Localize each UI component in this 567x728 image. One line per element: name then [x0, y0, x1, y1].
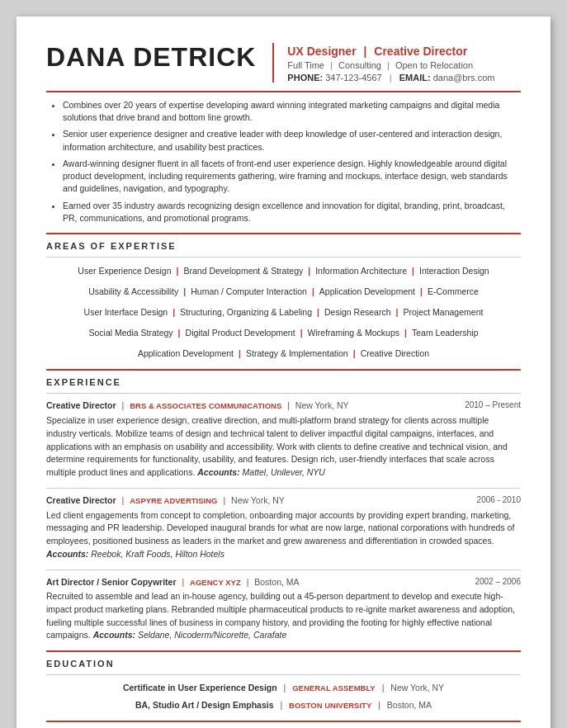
summary-list: Combines over 20 years of expertise deve…: [46, 99, 521, 225]
experience-title: EXPERIENCE: [46, 377, 521, 387]
exp-body-1: Specialize in user experience design, cr…: [46, 414, 521, 480]
expertise-row5: Application Development|Strategy & Imple…: [46, 346, 521, 362]
education-entry-1: Certificate in User Experience Design | …: [46, 681, 521, 695]
education-title: EDUCATION: [46, 659, 521, 669]
header-divider: [272, 43, 274, 83]
edu-degree-2: BA, Studio Art / Design Emphasis: [135, 700, 274, 710]
resume-container: DANA DETRICK UX Designer | Creative Dire…: [17, 17, 550, 728]
expertise-row4: Social Media Strategy|Digital Product De…: [46, 325, 521, 341]
exp-header-1: 2010 – Present Creative Director | BRS &…: [46, 399, 521, 412]
exp-title-3: Art Director / Senior Copywriter: [46, 577, 177, 587]
education-entry-2: BA, Studio Art / Design Emphasis | BOSTO…: [46, 698, 521, 712]
header-divider-line: [46, 91, 521, 92]
exp-body-3: Recruited to assemble and lead an in-hou…: [46, 590, 521, 642]
phone-value: 347-123-4567: [325, 73, 382, 83]
edu-degree-1: Certificate in User Experience Design: [123, 683, 277, 693]
exp-accounts-3: Seldane, Nicoderm/Nicorette, Carafate: [138, 630, 286, 640]
summary-bullet-3: Award-winning designer fluent in all fac…: [63, 158, 521, 196]
subtitle-relocation: Open to Relocation: [395, 60, 473, 70]
summary-bullet-2: Senior user experience designer and crea…: [63, 128, 521, 153]
expertise-title: AREAS OF EXPERTISE: [46, 241, 521, 251]
title-ux: UX Designer: [287, 45, 356, 58]
subtitle-fulltime: Full Time: [287, 60, 324, 70]
exp-header-2: 2006 - 2010 Creative Director | ASPYRE A…: [46, 494, 521, 507]
exp-divider-1: [46, 488, 521, 489]
expertise-row2: Usability & Accessibility|Human / Comput…: [46, 284, 521, 300]
exp-title-2: Creative Director: [46, 495, 116, 505]
education-thin-divider: [46, 674, 521, 675]
phone-label: PHONE:: [287, 73, 323, 83]
exp-location-2: New York, NY: [231, 495, 285, 505]
title-cd: Creative Director: [374, 45, 467, 58]
summary-bullet-1: Combines over 20 years of expertise deve…: [63, 99, 521, 124]
exp-years-2: 2006 - 2010: [477, 494, 521, 506]
exp-divider-2: [46, 570, 521, 570]
edu-school-1: GENERAL ASSEMBLY: [292, 683, 375, 693]
header-subtitle: Full Time | Consulting | Open to Relocat…: [287, 60, 521, 70]
exp-company-3: AGENCY XYZ: [190, 578, 241, 587]
summary-section: Combines over 20 years of expertise deve…: [46, 99, 521, 225]
exp-company-2: ASPYRE ADVERTISING: [130, 496, 217, 505]
exp-accounts-label-3: Accounts:: [93, 630, 138, 640]
exp-company-1: BRS & ASSOCIATES COMMUNICATIONS: [130, 401, 281, 410]
experience-thin-divider: [46, 393, 521, 394]
exp-years-3: 2002 – 2006: [475, 576, 521, 588]
header-title: UX Designer | Creative Director: [287, 45, 521, 58]
skills-divider: [46, 721, 521, 722]
exp-accounts-label-1: Accounts:: [197, 467, 242, 477]
summary-bullet-4: Earned over 35 industry awards recognizi…: [63, 200, 521, 225]
exp-years-1: 2010 – Present: [465, 399, 521, 411]
exp-accounts-2: Reebok, Kraft Foods, Hilton Hotels: [91, 549, 224, 559]
exp-accounts-label-2: Accounts:: [46, 549, 91, 559]
email-value: dana@brs.com: [433, 73, 495, 83]
exp-location-1: New York, NY: [295, 400, 349, 410]
exp-body-2: Led client engagements from concept to c…: [46, 509, 521, 561]
edu-school-2: BOSTON UNIVERSITY: [289, 701, 371, 710]
exp-header-3: 2002 – 2006 Art Director / Senior Copywr…: [46, 576, 521, 589]
expertise-divider: [46, 233, 521, 234]
experience-entry-3: 2002 – 2006 Art Director / Senior Copywr…: [46, 576, 521, 643]
email-label: EMAIL:: [399, 73, 431, 83]
exp-location-3: Boston, MA: [254, 577, 299, 587]
exp-title-1: Creative Director: [46, 400, 116, 410]
title-pipe: |: [364, 45, 371, 58]
header-contact: PHONE: 347-123-4567 | EMAIL: dana@brs.co…: [287, 73, 521, 83]
candidate-name: DANA DETRICK: [46, 43, 256, 72]
experience-entry-2: 2006 - 2010 Creative Director | ASPYRE A…: [46, 494, 521, 561]
expertise-thin-divider: [46, 257, 521, 258]
education-divider: [46, 650, 521, 652]
header-info: UX Designer | Creative Director Full Tim…: [287, 43, 521, 83]
edu-location-2: Boston, MA: [387, 700, 432, 710]
expertise-row1: User Experience Design|Brand Development…: [46, 263, 521, 279]
subtitle-consulting: Consulting: [338, 60, 381, 70]
experience-divider: [46, 369, 521, 371]
header: DANA DETRICK UX Designer | Creative Dire…: [46, 43, 521, 83]
expertise-row3: User Interface Design|Structuring, Organ…: [46, 305, 521, 320]
experience-entry-1: 2010 – Present Creative Director | BRS &…: [46, 399, 521, 479]
edu-location-1: New York, NY: [390, 683, 444, 693]
exp-accounts-1: Mattel, Unilever, NYU: [243, 467, 325, 477]
